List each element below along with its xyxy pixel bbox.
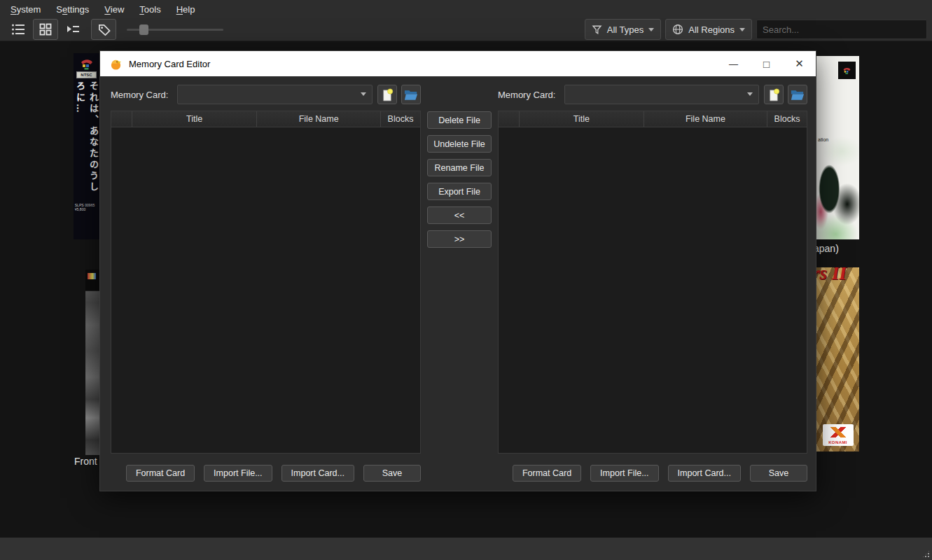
right-format-card-button[interactable]: Format Card bbox=[513, 465, 581, 482]
window-controls: — □ ✕ bbox=[717, 51, 816, 76]
menu-tools[interactable]: Tools bbox=[132, 0, 168, 18]
chevron-down-icon bbox=[739, 28, 745, 31]
column-header-blocks[interactable]: Blocks bbox=[767, 111, 807, 127]
dialog-body: Memory Card: bbox=[100, 76, 816, 492]
move-right-button[interactable]: >> bbox=[427, 230, 492, 248]
status-bar bbox=[0, 538, 932, 560]
dialog-titlebar: Memory Card Editor — □ ✕ bbox=[100, 51, 816, 76]
rename-file-button[interactable]: Rename File bbox=[427, 159, 492, 176]
konami-logo-icon bbox=[830, 427, 847, 438]
memory-card-label: Memory Card: bbox=[498, 90, 555, 100]
right-new-card-button[interactable] bbox=[764, 85, 784, 104]
delete-file-button[interactable]: Delete File bbox=[427, 111, 492, 129]
move-left-button[interactable]: << bbox=[427, 206, 492, 224]
left-save-button[interactable]: Save bbox=[363, 465, 421, 482]
right-memory-card-select[interactable] bbox=[564, 85, 759, 104]
game-cover-right-top[interactable]: ation bbox=[816, 56, 859, 239]
menu-system[interactable]: System bbox=[3, 0, 48, 18]
region-filter-dropdown[interactable]: All Regions bbox=[665, 19, 752, 40]
left-new-card-button[interactable] bbox=[377, 85, 397, 104]
left-import-file-button[interactable]: Import File... bbox=[204, 465, 272, 482]
column-header-blocks[interactable]: Blocks bbox=[381, 111, 420, 127]
game-cover-left-bottom[interactable] bbox=[85, 270, 99, 455]
left-memory-card-select[interactable] bbox=[177, 85, 373, 104]
chevron-down-icon bbox=[747, 92, 753, 96]
cover-scale-slider[interactable] bbox=[127, 20, 223, 39]
right-card-panel: Memory Card: bbox=[498, 76, 807, 492]
publisher-logo-box: KONAMI bbox=[823, 424, 854, 446]
duckstation-icon bbox=[109, 57, 123, 71]
column-header-icon[interactable] bbox=[499, 111, 520, 127]
game-cover-right-bottom[interactable]: rs II KONAMI bbox=[816, 267, 859, 451]
right-import-file-button[interactable]: Import File... bbox=[590, 465, 658, 482]
right-actions: Format Card Import File... Import Card..… bbox=[498, 465, 807, 482]
left-file-table[interactable]: Title File Name Blocks bbox=[111, 111, 421, 454]
tag-icon bbox=[97, 23, 111, 36]
transfer-buttons: Delete File Undelete File Rename File Ex… bbox=[421, 76, 498, 492]
playstation-logo-icon bbox=[842, 66, 852, 75]
merge-view-icon bbox=[66, 24, 80, 35]
column-header-icon[interactable] bbox=[111, 111, 132, 127]
toolbar-filters: All Types All Regions bbox=[585, 19, 927, 40]
open-folder-icon bbox=[404, 89, 418, 101]
globe-icon bbox=[672, 24, 683, 35]
column-header-title[interactable]: Title bbox=[132, 111, 257, 127]
cover-price: ¥5,800 bbox=[75, 208, 96, 212]
chevron-down-icon bbox=[361, 92, 366, 96]
column-header-file-name[interactable]: File Name bbox=[257, 111, 381, 127]
game-cover-left-top[interactable]: NTSC それは、あなたのうしろに… SLPS 00965 ¥5,800 bbox=[74, 53, 99, 239]
column-header-file-name[interactable]: File Name bbox=[644, 111, 767, 127]
close-button[interactable]: ✕ bbox=[783, 51, 816, 76]
search-input[interactable] bbox=[756, 20, 927, 39]
type-filter-label: All Types bbox=[607, 24, 644, 35]
left-file-list[interactable] bbox=[111, 127, 420, 453]
resize-grip[interactable] bbox=[921, 550, 931, 559]
list-view-button[interactable] bbox=[8, 20, 29, 38]
column-header-title[interactable]: Title bbox=[520, 111, 644, 127]
maximize-icon: □ bbox=[763, 58, 770, 70]
new-file-icon bbox=[767, 88, 780, 102]
undelete-file-button[interactable]: Undelete File bbox=[427, 135, 492, 153]
minimize-button[interactable]: — bbox=[717, 51, 750, 76]
left-open-card-button[interactable] bbox=[401, 85, 421, 104]
chevron-down-icon bbox=[648, 28, 654, 31]
right-save-button[interactable]: Save bbox=[750, 465, 807, 482]
grid-view-button[interactable] bbox=[33, 19, 58, 40]
left-format-card-button[interactable]: Format Card bbox=[126, 465, 195, 482]
menu-view[interactable]: View bbox=[97, 0, 132, 18]
right-file-list[interactable] bbox=[499, 127, 807, 453]
playstation-logo-icon bbox=[78, 57, 95, 71]
left-table-header: Title File Name Blocks bbox=[111, 111, 420, 127]
type-filter-dropdown[interactable]: All Types bbox=[585, 19, 662, 40]
left-import-card-button[interactable]: Import Card... bbox=[281, 465, 354, 482]
menubar: System Settings View Tools Help bbox=[0, 0, 932, 18]
cover-header-art bbox=[85, 270, 99, 291]
memory-card-editor-dialog: Memory Card Editor — □ ✕ Memory Card: bbox=[99, 50, 816, 491]
maximize-button[interactable]: □ bbox=[750, 51, 783, 76]
right-import-card-button[interactable]: Import Card... bbox=[668, 465, 741, 482]
show-titles-button[interactable] bbox=[91, 19, 116, 40]
export-file-button[interactable]: Export File bbox=[427, 183, 492, 200]
region-chip: NTSC bbox=[76, 71, 97, 78]
left-card-panel: Memory Card: bbox=[111, 76, 421, 492]
funnel-icon bbox=[592, 24, 602, 35]
game-title-left-bottom[interactable]: Front bbox=[74, 456, 97, 467]
menu-help[interactable]: Help bbox=[169, 0, 203, 18]
right-open-card-button[interactable] bbox=[788, 85, 807, 104]
game-title-right-top[interactable]: apan) bbox=[814, 243, 839, 254]
merge-view-button[interactable] bbox=[62, 20, 83, 38]
right-table-header: Title File Name Blocks bbox=[499, 111, 807, 127]
cover-title-fragment: rs II bbox=[816, 267, 847, 284]
dialog-title: Memory Card Editor bbox=[129, 59, 210, 69]
playstation-logo-box bbox=[838, 62, 856, 79]
slider-handle[interactable] bbox=[139, 24, 148, 35]
memory-card-label: Memory Card: bbox=[111, 90, 168, 100]
menu-settings[interactable]: Settings bbox=[48, 0, 97, 18]
list-view-icon bbox=[11, 23, 25, 36]
cover-tagline-vertical: それは、あなたのうしろに… bbox=[74, 81, 99, 199]
open-folder-icon bbox=[791, 89, 805, 101]
right-file-table[interactable]: Title File Name Blocks bbox=[498, 111, 807, 454]
minimize-icon: — bbox=[729, 59, 738, 69]
main-window-chrome: System Settings View Tools Help bbox=[0, 0, 932, 41]
close-icon: ✕ bbox=[795, 57, 804, 70]
